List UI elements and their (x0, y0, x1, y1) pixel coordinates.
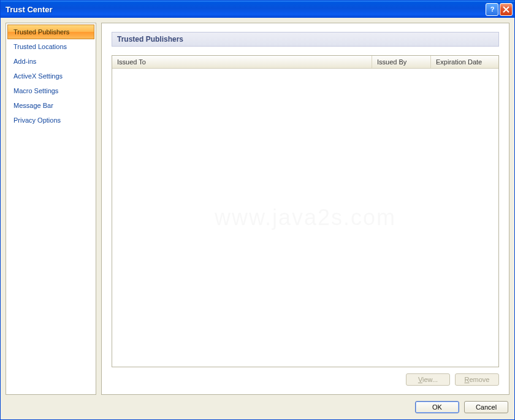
content-panel: Trusted Publishers Issued To Issued By E… (101, 23, 509, 395)
view-button-rest: iew... (422, 376, 438, 383)
window-title: Trust Center (6, 5, 486, 14)
main-area: Trusted Publishers Trusted Locations Add… (6, 23, 509, 395)
titlebar-buttons: ? (486, 3, 513, 16)
svg-text:?: ? (490, 6, 494, 13)
remove-button-rest: emove (469, 376, 489, 383)
watermark-text: www.java2s.com (215, 205, 396, 231)
sidebar-item-label: Trusted Locations (13, 43, 67, 50)
list-header: Issued To Issued By Expiration Date (112, 56, 498, 69)
sidebar-item-trusted-publishers[interactable]: Trusted Publishers (7, 25, 94, 39)
dialog-body: Trusted Publishers Trusted Locations Add… (1, 18, 514, 419)
sidebar-item-label: Message Bar (13, 102, 53, 109)
close-button[interactable] (500, 3, 513, 16)
sidebar: Trusted Publishers Trusted Locations Add… (6, 23, 96, 395)
sidebar-item-privacy-options[interactable]: Privacy Options (7, 113, 94, 128)
sidebar-item-message-bar[interactable]: Message Bar (7, 98, 94, 113)
dialog-footer: OK Cancel (6, 395, 509, 414)
help-icon: ? (489, 6, 496, 13)
column-issued-by[interactable]: Issued By (372, 56, 431, 68)
titlebar: Trust Center ? (1, 1, 514, 18)
sidebar-item-activex-settings[interactable]: ActiveX Settings (7, 69, 94, 83)
close-icon (503, 6, 509, 13)
sidebar-item-label: Macro Settings (13, 87, 58, 94)
column-expiration-date[interactable]: Expiration Date (431, 56, 498, 68)
sidebar-item-trusted-locations[interactable]: Trusted Locations (7, 39, 94, 54)
sidebar-item-label: Privacy Options (13, 116, 61, 124)
trust-center-dialog: Trust Center ? Trusted Publishers Trus (0, 0, 515, 420)
publishers-list[interactable]: Issued To Issued By Expiration Date www.… (112, 55, 499, 367)
section-heading: Trusted Publishers (112, 32, 499, 47)
sidebar-item-macro-settings[interactable]: Macro Settings (7, 83, 94, 98)
content-buttons: View... Remove (112, 367, 499, 386)
sidebar-item-add-ins[interactable]: Add-ins (7, 54, 94, 69)
cancel-button[interactable]: Cancel (464, 401, 508, 413)
view-button[interactable]: View... (406, 373, 450, 386)
sidebar-item-label: Add-ins (13, 58, 36, 65)
remove-button[interactable]: Remove (455, 373, 499, 386)
help-button[interactable]: ? (486, 3, 498, 16)
sidebar-item-label: ActiveX Settings (13, 72, 63, 80)
ok-button[interactable]: OK (415, 401, 459, 413)
column-issued-to[interactable]: Issued To (112, 56, 372, 68)
list-body: www.java2s.com (112, 69, 498, 367)
sidebar-item-label: Trusted Publishers (13, 28, 69, 36)
